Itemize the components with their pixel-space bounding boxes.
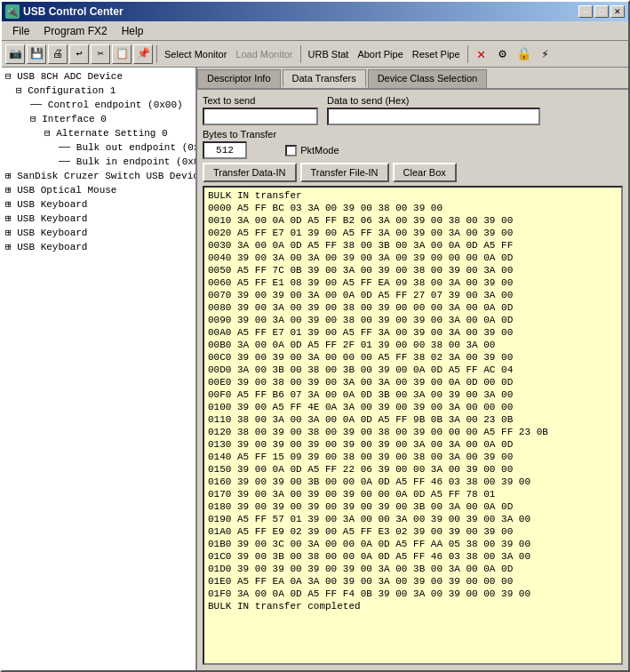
stop-icon[interactable]: ✕ [472,44,491,64]
window-title: USB Control Center [23,5,124,18]
toolbar-separator-2 [300,45,301,63]
toolbar-btn-1[interactable]: 📷 [5,44,25,64]
text-to-send-input[interactable] [203,108,318,125]
tab-bar: Descriptor Info Data Transfers Device Cl… [197,68,628,90]
transfer-data-in-button[interactable]: Transfer Data-IN [203,163,297,182]
menu-bar: File Program FX2 Help [2,21,628,41]
tree-item-11[interactable]: ⊞ USB Keyboard [4,226,194,240]
tree-item-1[interactable]: ⊟ Configuration 1 [4,84,194,98]
tree-item-12[interactable]: ⊞ USB Keyboard [4,240,194,254]
tree-item-2[interactable]: ── Control endpoint (0x00) [4,98,194,112]
data-to-send-input[interactable] [327,108,540,125]
tree-item-7[interactable]: ⊞ SanDisk Cruzer Switch USB Device [4,169,194,183]
transfer-file-in-button[interactable]: Transfer File-IN [300,163,389,182]
tree-item-10[interactable]: ⊞ USB Keyboard [4,212,194,226]
load-monitor-label[interactable]: Load Monitor [232,49,296,60]
form-row-1: Text to send Data to send (Hex) [203,95,623,125]
tree-item-0[interactable]: ⊟ USB 8CH ADC Device [4,69,194,84]
data-to-send-label: Data to send (Hex) [327,95,540,106]
toolbar-btn-5[interactable]: ✂ [91,44,110,64]
toolbar-btn-6[interactable]: 📋 [112,44,132,64]
toolbar-btn-4[interactable]: ↩ [69,44,89,64]
right-panel: Descriptor Info Data Transfers Device Cl… [197,68,628,670]
title-bar-buttons: ─ □ ✕ [578,5,625,18]
title-bar-text: 🔌 USB Control Center [5,4,124,19]
title-bar: 🔌 USB Control Center ─ □ ✕ [2,2,628,21]
settings-icon[interactable]: ⚙ [493,44,513,64]
reset-pipe-label[interactable]: Reset Pipe [409,49,464,60]
toolbar-btn-7[interactable]: 📌 [133,44,153,64]
toolbar: 📷 💾 🖨 ↩ ✂ 📋 📌 Select Monitor Load Monito… [2,41,628,68]
data-transfers-panel: Text to send Data to send (Hex) Bytes to… [197,90,628,670]
tree-item-8[interactable]: ⊞ USB Optical Mouse [4,183,194,197]
app-icon: 🔌 [5,4,20,19]
bytes-to-transfer-group: Bytes to Transfer [203,129,276,159]
text-to-send-label: Text to send [203,95,318,106]
tab-device-class-selection[interactable]: Device Class Selection [368,69,488,88]
data-to-send-group: Data to send (Hex) [327,95,540,125]
menu-file[interactable]: File [5,23,36,39]
action-buttons-row: Transfer Data-IN Transfer File-IN Clear … [203,163,623,182]
urb-stat-label[interactable]: URB Stat [305,49,353,60]
bytes-row: Bytes to Transfer PktMode [203,129,623,159]
lightning-icon[interactable]: ⚡ [536,44,555,64]
menu-program-fx2[interactable]: Program FX2 [36,23,114,39]
close-button[interactable]: ✕ [610,5,625,18]
text-to-send-group: Text to send [203,95,318,125]
tree-item-6[interactable]: ── Bulk in endpoint (0x86) [4,155,194,169]
lock-icon[interactable]: 🔒 [514,44,534,64]
tab-descriptor-info[interactable]: Descriptor Info [197,69,281,88]
toolbar-separator-3 [467,45,468,63]
menu-help[interactable]: Help [115,23,151,39]
abort-pipe-label[interactable]: Abort Pipe [354,49,406,60]
clear-box-button[interactable]: Clear Box [393,163,457,182]
output-area[interactable]: BULK IN transfer 0000 A5 FF BC 03 3A 00 … [203,186,623,665]
select-monitor-label[interactable]: Select Monitor [161,49,230,60]
bytes-to-transfer-input[interactable] [203,141,247,159]
tree-item-3[interactable]: ⊟ Interface 0 [4,112,194,126]
device-tree-panel: ⊟ USB 8CH ADC Device ⊟ Configuration 1 ─… [2,68,197,670]
main-content: ⊟ USB 8CH ADC Device ⊟ Configuration 1 ─… [2,68,628,670]
maximize-button[interactable]: □ [594,5,609,18]
main-window: 🔌 USB Control Center ─ □ ✕ File Program … [0,0,630,672]
pkt-mode-checkbox[interactable] [285,145,297,156]
tab-data-transfers[interactable]: Data Transfers [283,69,366,88]
pkt-mode-row: PktMode [285,145,339,156]
toolbar-separator-1 [156,45,157,63]
tree-item-5[interactable]: ── Bulk out endpoint (0x02) [4,140,194,155]
toolbar-btn-2[interactable]: 💾 [27,44,46,64]
tree-item-9[interactable]: ⊞ USB Keyboard [4,197,194,212]
toolbar-btn-3[interactable]: 🖨 [48,44,68,64]
minimize-button[interactable]: ─ [578,5,593,18]
pkt-mode-label: PktMode [300,145,339,156]
bytes-to-transfer-label: Bytes to Transfer [203,129,276,140]
output-text: BULK IN transfer 0000 A5 FF BC 03 3A 00 … [208,189,618,612]
tree-item-4[interactable]: ⊟ Alternate Setting 0 [4,126,194,140]
